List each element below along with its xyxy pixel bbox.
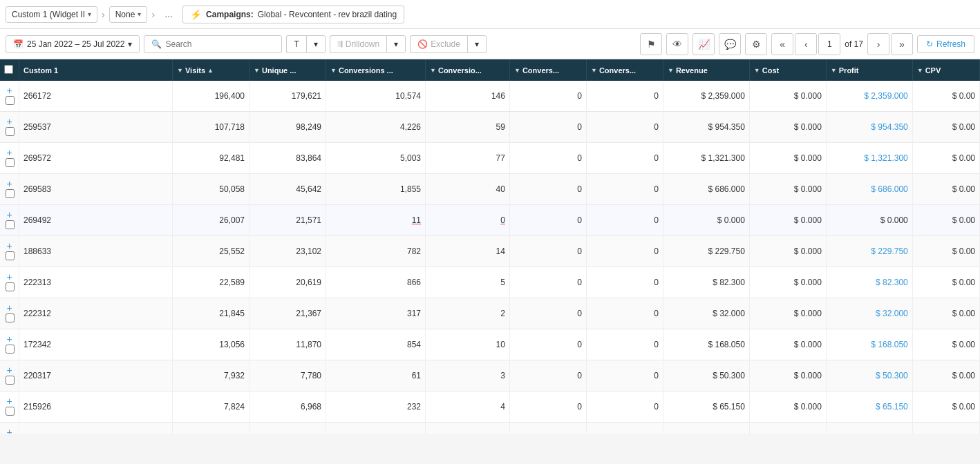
cell-conv2: 40 xyxy=(426,174,510,205)
row-checkbox[interactable] xyxy=(6,158,15,167)
cell-conv4: 0 xyxy=(586,205,663,236)
exclude-dropdown-btn[interactable]: ▾ xyxy=(467,35,487,53)
campaign-icon: ⚡ xyxy=(190,9,202,20)
row-expand-cell[interactable]: + xyxy=(0,236,19,267)
next-page-icon: › xyxy=(877,39,880,50)
row-expand-cell[interactable]: + xyxy=(0,112,19,143)
col-header-cpv[interactable]: ▼ CPV xyxy=(912,59,979,81)
row-checkbox[interactable] xyxy=(6,189,15,198)
col-header-custom1[interactable]: Custom 1 xyxy=(19,59,173,81)
cell-custom1: 188633 xyxy=(19,236,173,267)
row-expand-cell[interactable]: + xyxy=(0,205,19,236)
row-checkbox[interactable] xyxy=(6,127,15,136)
prev-page-btn[interactable]: ‹ xyxy=(795,33,817,55)
row-checkbox[interactable] xyxy=(6,345,15,354)
row-expand-icon[interactable]: + xyxy=(6,85,12,96)
cell-conv2: 0 xyxy=(426,205,510,236)
row-checkbox[interactable] xyxy=(6,313,15,322)
row-expand-cell[interactable]: + xyxy=(0,81,19,112)
row-expand-icon[interactable]: + xyxy=(6,271,12,282)
cell-custom1: 269492 xyxy=(19,205,173,236)
next-page-btn[interactable]: › xyxy=(867,33,889,55)
refresh-btn[interactable]: ↻ Refresh xyxy=(917,35,974,53)
row-expand-icon[interactable]: + xyxy=(6,147,12,158)
search-input[interactable] xyxy=(165,39,269,49)
row-expand-cell[interactable]: + xyxy=(0,360,19,392)
row-expand-icon[interactable]: + xyxy=(6,365,12,376)
cell-unique: 21,571 xyxy=(249,205,326,236)
col-header-revenue[interactable]: ▼ Revenue xyxy=(663,59,749,81)
col-header-conv2[interactable]: ▼ Conversio... xyxy=(426,59,510,81)
cell-visits: 50,058 xyxy=(173,174,249,205)
row-expand-icon[interactable]: + xyxy=(6,396,12,407)
breadcrumb-none[interactable]: None ▾ xyxy=(109,6,148,23)
chart-icon: 📈 xyxy=(698,39,710,50)
cell-conv4: 0 xyxy=(586,81,663,112)
col-header-cost[interactable]: ▼ Cost xyxy=(749,59,826,81)
cell-unique: 21,367 xyxy=(249,298,326,329)
cell-conv3: 0 xyxy=(509,205,586,236)
row-expand-cell[interactable]: + xyxy=(0,298,19,329)
col-header-profit[interactable]: ▼ Profit xyxy=(826,59,912,81)
select-all-header[interactable] xyxy=(0,59,19,81)
col-header-conv1[interactable]: ▼ Conversions ... xyxy=(326,59,426,81)
row-expand-icon[interactable]: + xyxy=(6,302,12,313)
row-checkbox[interactable] xyxy=(6,376,15,385)
t-button[interactable]: T xyxy=(286,35,305,53)
drilldown-dropdown-btn[interactable]: ▾ xyxy=(386,35,406,53)
search-box[interactable]: 🔍 xyxy=(144,35,282,53)
col-header-conv4[interactable]: ▼ Convers... xyxy=(586,59,663,81)
cell-unique: 179,621 xyxy=(249,81,326,112)
row-expand-icon[interactable]: + xyxy=(6,178,12,189)
date-range-label: 25 Jan 2022 – 25 Jul 2022 xyxy=(27,39,124,49)
eye-btn[interactable]: 👁 xyxy=(666,33,688,55)
row-expand-cell[interactable]: + xyxy=(0,329,19,360)
cell-visits: 7,824 xyxy=(173,392,249,423)
row-expand-icon[interactable]: + xyxy=(6,427,12,434)
breadcrumb-custom1[interactable]: Custom 1 (Widget II ▾ xyxy=(6,6,97,23)
date-picker[interactable]: 📅 25 Jan 2022 – 25 Jul 2022 ▾ xyxy=(6,35,140,53)
col-header-unique[interactable]: ▼ Unique ... xyxy=(249,59,326,81)
row-expand-icon[interactable]: + xyxy=(6,116,12,127)
exclude-label: Exclude xyxy=(431,39,460,49)
cell-visits: 26,007 xyxy=(173,205,249,236)
settings-btn[interactable]: ⚙ xyxy=(745,33,767,55)
row-expand-icon[interactable]: + xyxy=(6,240,12,251)
row-checkbox[interactable] xyxy=(6,407,15,416)
row-expand-cell[interactable]: + xyxy=(0,174,19,205)
cell-cpv: $ 0.00 xyxy=(912,423,979,434)
page-total: of 17 xyxy=(842,39,866,49)
row-checkbox[interactable] xyxy=(6,282,15,291)
row-checkbox[interactable] xyxy=(6,96,15,105)
gear-icon: ⚙ xyxy=(752,39,761,50)
cell-conv1: 232 xyxy=(326,392,426,423)
flag-btn[interactable]: ⚑ xyxy=(640,33,662,55)
col-header-visits[interactable]: ▼ Visits ▲ xyxy=(173,59,249,81)
cell-conv4: 0 xyxy=(586,298,663,329)
col-header-cost-label: Cost xyxy=(762,66,779,75)
select-all-checkbox[interactable] xyxy=(4,65,13,74)
exclude-btn[interactable]: 🚫 Exclude xyxy=(410,35,467,53)
cell-cpv: $ 0.00 xyxy=(912,360,979,392)
row-expand-cell[interactable]: + xyxy=(0,143,19,174)
last-page-btn[interactable]: » xyxy=(891,33,913,55)
drilldown-icon: ⇶ xyxy=(337,40,343,48)
row-expand-icon[interactable]: + xyxy=(6,209,12,220)
comment-btn[interactable]: 💬 xyxy=(719,33,741,55)
row-expand-icon[interactable]: + xyxy=(6,334,12,345)
row-expand-cell[interactable]: + xyxy=(0,423,19,434)
cell-conv3: 0 xyxy=(509,143,586,174)
drilldown-btn[interactable]: ⇶ Drilldown xyxy=(330,35,386,53)
row-expand-cell[interactable]: + xyxy=(0,392,19,423)
cell-custom1: 172342 xyxy=(19,329,173,360)
more-options-btn[interactable]: … xyxy=(159,7,178,22)
first-page-btn[interactable]: « xyxy=(771,33,793,55)
row-expand-cell[interactable]: + xyxy=(0,267,19,298)
row-checkbox[interactable] xyxy=(6,251,15,260)
cell-conv4: 0 xyxy=(586,392,663,423)
t-dropdown-btn[interactable]: ▾ xyxy=(306,35,326,53)
chart-btn[interactable]: 📈 xyxy=(692,33,715,55)
col-header-conv3[interactable]: ▼ Convers... xyxy=(509,59,586,81)
conv1-value: 11 xyxy=(412,215,421,225)
row-checkbox[interactable] xyxy=(6,220,15,229)
